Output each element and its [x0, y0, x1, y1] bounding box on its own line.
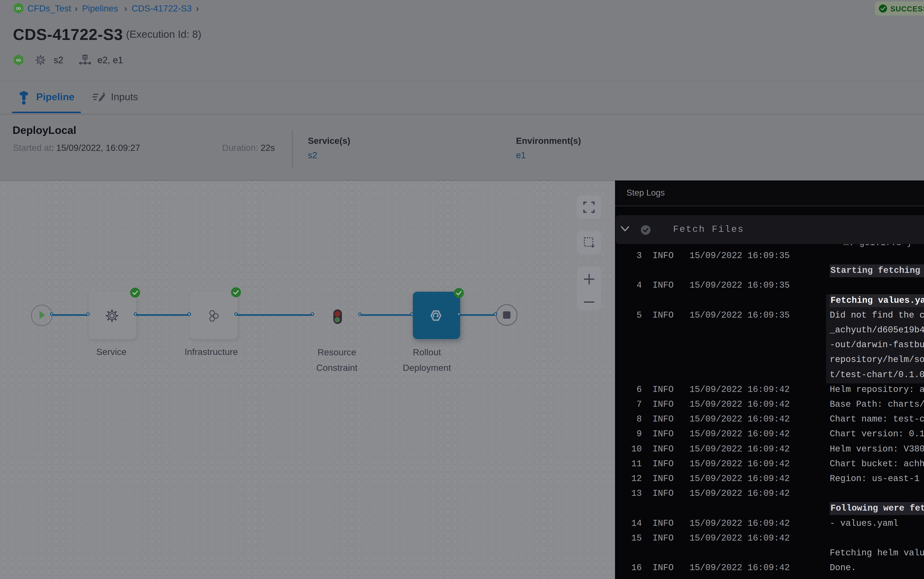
svg-text:∞: ∞ — [16, 56, 21, 64]
svg-text:∞: ∞ — [16, 4, 21, 12]
